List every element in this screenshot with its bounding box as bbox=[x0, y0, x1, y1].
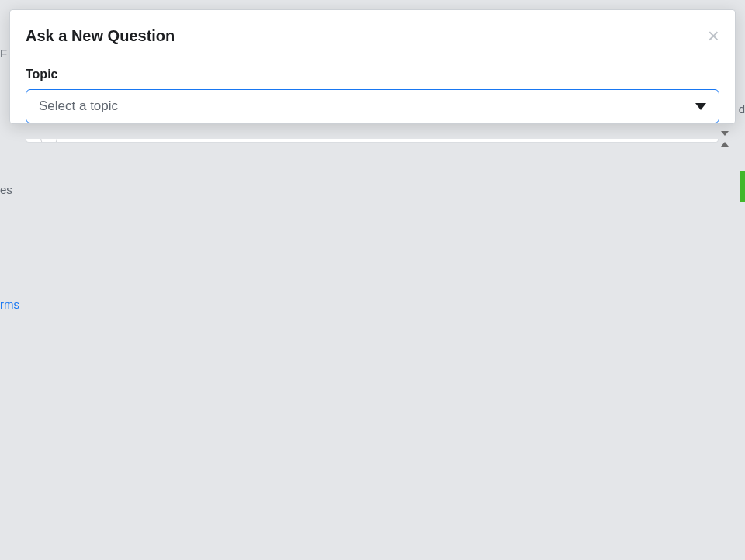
modal-title: Ask a New Question bbox=[26, 27, 175, 45]
modal-header: Ask a New Question × bbox=[26, 26, 719, 46]
topic-option-text: Queries related to WhatsApp Enterprise C… bbox=[70, 139, 704, 143]
bg-text: rms bbox=[0, 298, 19, 311]
chevron-down-icon bbox=[695, 103, 706, 110]
close-icon[interactable]: × bbox=[708, 26, 719, 46]
topic-label: Topic bbox=[26, 67, 719, 81]
bg-green-sliver bbox=[740, 171, 745, 202]
topic-select[interactable]: Select a topic bbox=[26, 89, 719, 123]
radio-icon[interactable] bbox=[40, 139, 57, 143]
bg-text: F bbox=[0, 47, 7, 60]
bg-text: d bbox=[739, 102, 745, 116]
scroll-down-icon[interactable] bbox=[719, 128, 730, 139]
topic-option-desc: Queries related to WhatsApp Enterprise C… bbox=[70, 139, 704, 143]
topic-select-placeholder: Select a topic bbox=[39, 99, 118, 114]
bg-text: es bbox=[0, 183, 12, 196]
scroll-up-icon[interactable] bbox=[719, 139, 730, 150]
topic-option-list: Queries related to WhatsApp Enterprise C… bbox=[26, 139, 719, 143]
ask-question-modal: Ask a New Question × Topic Select a topi… bbox=[9, 9, 736, 124]
topic-option[interactable]: Queries related to WhatsApp Enterprise C… bbox=[26, 139, 718, 143]
